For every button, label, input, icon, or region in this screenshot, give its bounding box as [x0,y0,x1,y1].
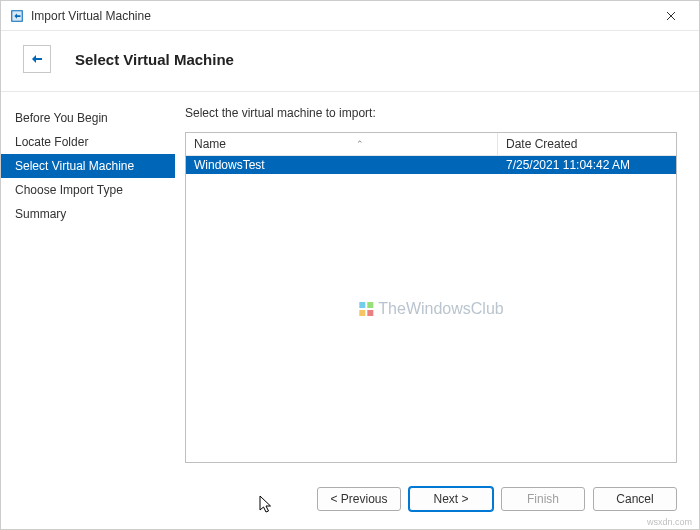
sidebar-item-locate-folder[interactable]: Locate Folder [1,130,175,154]
close-button[interactable] [651,2,691,30]
sidebar-item-select-virtual-machine[interactable]: Select Virtual Machine [1,154,175,178]
column-name-label: Name [194,137,226,151]
table-row[interactable]: WindowsTest 7/25/2021 11:04:42 AM [186,156,676,174]
app-icon [9,8,25,24]
page-title: Select Virtual Machine [75,51,234,68]
wizard-sidebar: Before You Begin Locate Folder Select Vi… [1,92,175,473]
import-icon [23,45,51,73]
watermark-text: TheWindowsClub [378,300,503,318]
svg-rect-2 [359,310,365,316]
column-header-date[interactable]: Date Created [498,133,676,155]
cancel-button[interactable]: Cancel [593,487,677,511]
cell-date: 7/25/2021 11:04:42 AM [498,156,676,174]
watermark-icon [358,301,374,317]
cursor-icon [259,495,275,517]
sidebar-item-summary[interactable]: Summary [1,202,175,226]
titlebar-left: Import Virtual Machine [9,8,151,24]
vm-list[interactable]: Name ⌃ Date Created WindowsTest 7/25/202… [185,132,677,463]
wizard-main: Select the virtual machine to import: Na… [175,92,699,473]
list-body: WindowsTest 7/25/2021 11:04:42 AM TheWin… [186,156,676,462]
finish-button: Finish [501,487,585,511]
column-header-name[interactable]: Name ⌃ [186,133,498,155]
svg-rect-3 [367,310,373,316]
previous-button[interactable]: < Previous [317,487,401,511]
sidebar-item-before-you-begin[interactable]: Before You Begin [1,106,175,130]
next-button[interactable]: Next > [409,487,493,511]
wizard-footer: < Previous Next > Finish Cancel [1,473,699,529]
list-header: Name ⌃ Date Created [186,133,676,156]
attribution-text: wsxdn.com [647,517,692,527]
wizard-body: Before You Begin Locate Folder Select Vi… [1,92,699,473]
svg-rect-1 [367,302,373,308]
sidebar-item-choose-import-type[interactable]: Choose Import Type [1,178,175,202]
column-date-label: Date Created [506,137,577,151]
titlebar: Import Virtual Machine [1,1,699,31]
watermark: TheWindowsClub [358,300,503,318]
wizard-header: Select Virtual Machine [1,31,699,92]
cell-name: WindowsTest [186,156,498,174]
instruction-text: Select the virtual machine to import: [185,106,677,120]
svg-rect-0 [359,302,365,308]
sort-indicator-icon: ⌃ [230,139,489,149]
window-title: Import Virtual Machine [31,9,151,23]
wizard-window: Import Virtual Machine Select Virtual Ma… [0,0,700,530]
